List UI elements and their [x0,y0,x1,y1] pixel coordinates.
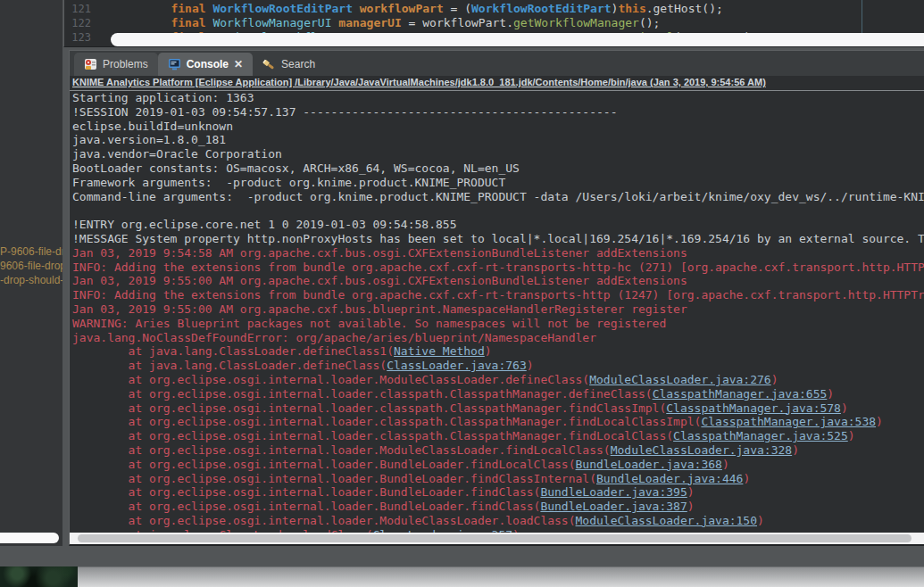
log-text: ) [687,500,695,513]
line-number: 123 [64,30,91,45]
tab-problems[interactable]: Problems [74,53,158,76]
log-text: at java.lang.ClassLoader.defineClass1( [72,344,394,358]
stack-trace-link[interactable]: ClasspathManager.java:538 [701,415,876,428]
tab-problems-label: Problems [103,58,148,70]
log-text: at org.eclipse.osgi.internal.loader.Modu… [72,514,576,527]
log-text: BootLoader constants: OS=macosx, ARCH=x8… [72,161,520,175]
console-line: java.version=1.8.0_181 [72,133,924,147]
console-line: Framework arguments: -product org.knime.… [72,176,924,190]
log-text: at org.eclipse.osgi.internal.loader.Modu… [72,373,589,386]
console-line: at org.eclipse.osgi.internal.loader.Bund… [72,485,924,500]
log-text: ) [722,458,729,471]
console-line: java.lang.NoClassDefFoundError: org/apac… [72,331,924,345]
log-text: !SESSION 2019-01-03 09:54:57.137 -------… [72,105,617,119]
log-text: at org.eclipse.osgi.internal.loader.Bund… [72,472,596,485]
stack-trace-link[interactable]: ClasspathManager.java:525 [673,429,848,442]
console-line: WARNING: Aries Blueprint packages not av… [72,317,924,331]
console-line: Jan 03, 2019 9:54:58 AM org.apache.cxf.b… [72,246,924,260]
log-text: Jan 03, 2019 9:54:58 AM org.apache.cxf.b… [72,246,687,260]
console-line: INFO: Adding the extensions from bundle … [72,260,924,275]
log-text: Starting application: 1363 [72,91,254,104]
stack-trace-link[interactable]: BundleLoader.java:387 [540,500,687,513]
problems-icon [84,59,97,70]
log-text: eclipse.buildId=unknown [72,120,233,133]
console-line: !ENTRY org.eclipse.core.net 1 0 2019-01-… [72,218,924,232]
console-line: INFO: Adding the extensions from bundle … [72,288,924,302]
tab-search-label: Search [281,58,315,70]
log-text: ) [841,401,848,415]
log-text: ) [687,485,695,499]
editor-horizontal-scrollbar[interactable] [111,33,924,46]
console-line: Command-line arguments: -product org.kni… [72,190,924,204]
log-text: ) [743,472,750,485]
console-line: at org.eclipse.osgi.internal.loader.Bund… [72,458,924,472]
console-line: at org.eclipse.osgi.internal.loader.Modu… [72,373,924,387]
stack-trace-link[interactable]: ClassLoader.java:763 [387,359,527,372]
code-line: 122 final WorkflowManagerUI managerUI = … [64,16,924,30]
console-line: at java.lang.ClassLoader.defineClass(Cla… [72,359,924,373]
log-text: java.lang.NoClassDefFoundError: org/apac… [72,331,596,344]
console-line: Starting application: 1363 [72,91,924,105]
console-horizontal-scrollbar[interactable] [70,533,924,544]
log-text: at java.lang.ClassLoader.defineClass( [72,359,387,372]
log-text: ) [792,443,799,457]
log-text: Jan 03, 2019 9:55:00 AM org.apache.cxf.b… [72,274,687,287]
log-text: INFO: Adding the extensions from bundle … [72,288,924,302]
log-text: at org.eclipse.osgi.internal.loader.Modu… [72,443,611,457]
log-text: at org.eclipse.osgi.internal.loader.Bund… [72,485,540,499]
console-line: at org.eclipse.osgi.internal.loader.clas… [72,401,924,416]
stack-trace-link[interactable]: Native Method [394,344,485,358]
search-icon [262,59,276,70]
stack-trace-link[interactable]: BundleLoader.java:446 [596,472,743,485]
log-text: at org.eclipse.osgi.internal.loader.clas… [72,401,666,415]
stack-trace-link[interactable]: ModuleClassLoader.java:276 [589,373,771,386]
log-text: at org.eclipse.osgi.internal.loader.clas… [72,429,673,442]
log-text: !ENTRY org.eclipse.core.net 1 0 2019-01-… [72,218,456,231]
log-text: ) [876,415,883,428]
background-window-scrollbar[interactable] [0,533,59,543]
console-process-header: KNIME Analytics Platform [Eclipse Applic… [70,76,924,91]
log-text: ) [527,359,534,372]
close-icon[interactable]: ✕ [234,59,243,70]
console-window: Problems Console ✕ [69,50,924,546]
console-line: at org.eclipse.osgi.internal.loader.Bund… [72,500,924,514]
console-line: !SESSION 2019-01-03 09:54:57.137 -------… [72,105,924,120]
log-text: at org.eclipse.osgi.internal.loader.Bund… [72,458,576,471]
stack-trace-link[interactable]: BundleLoader.java:368 [576,458,722,471]
tab-console-label: Console [187,58,229,70]
log-text: java.version=1.8.0_181 [72,133,226,146]
truncated-label: P-9606-file-dro [0,244,62,259]
console-line: Jan 03, 2019 9:55:00 AM org.apache.cxf.b… [72,274,924,288]
console-line: !MESSAGE System property http.nonProxyHo… [72,232,924,246]
console-line: at java.lang.ClassLoader.defineClass1(Na… [72,344,924,359]
log-text: ) [771,373,778,386]
console-line: at org.eclipse.osgi.internal.loader.Modu… [72,443,924,458]
stack-trace-link[interactable]: ClasspathManager.java:655 [653,387,828,401]
log-text: at org.eclipse.osgi.internal.loader.clas… [72,387,653,401]
truncated-branch-labels: P-9606-file-dro9606-file-drop--drop-shou… [0,244,62,287]
log-text: Command-line arguments: -product org.kni… [72,190,924,203]
console-line: eclipse.buildId=unknown [72,120,924,134]
console-scrollbar-thumb[interactable] [78,534,912,542]
log-text: at org.eclipse.osgi.internal.loader.clas… [72,415,701,428]
console-line: Jan 03, 2019 9:55:00 AM org.apache.cxf.b… [72,302,924,317]
tab-console[interactable]: Console ✕ [158,53,253,76]
background-window-fragment: P-9606-file-dro9606-file-drop--drop-shou… [0,0,62,546]
console-line: at org.eclipse.osgi.internal.loader.clas… [72,415,924,429]
stack-trace-link[interactable]: BundleLoader.java:395 [540,485,687,499]
stack-trace-link[interactable]: ClasspathManager.java:578 [666,401,841,415]
desktop-wallpaper-fragment [0,566,78,587]
console-line [72,203,924,218]
view-tab-bar: Problems Console ✕ [70,51,924,76]
lower-window-titlebar-fragment [78,566,924,587]
tab-search[interactable]: Search [253,53,325,76]
log-text: !MESSAGE System property http.nonProxyHo… [72,232,924,245]
log-text: Framework arguments: -product org.knime.… [72,176,505,189]
console-line: at org.eclipse.osgi.internal.loader.Bund… [72,472,924,486]
stack-trace-link[interactable]: ModuleClassLoader.java:328 [611,443,793,457]
stack-trace-link[interactable]: ModuleClassLoader.java:150 [576,514,758,527]
truncated-label: 9606-file-drop- [0,259,62,273]
log-text: ) [827,387,834,401]
log-text: WARNING: Aries Blueprint packages not av… [72,317,666,330]
log-text: java.vendor=Oracle Corporation [72,147,282,161]
